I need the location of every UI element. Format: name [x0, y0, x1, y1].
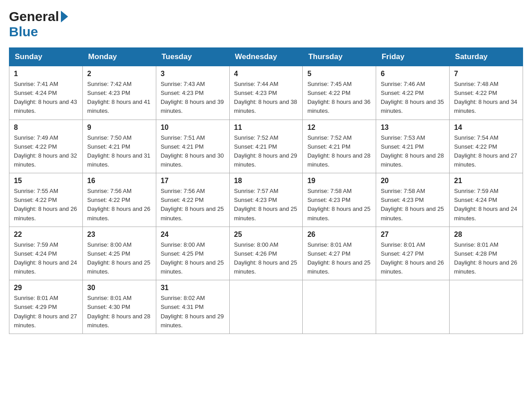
calendar-cell: 16Sunrise: 7:56 AMSunset: 4:22 PMDayligh…	[82, 173, 156, 227]
day-info: Sunrise: 7:45 AMSunset: 4:22 PMDaylight:…	[307, 80, 371, 116]
day-number: 28	[454, 231, 518, 239]
day-info: Sunrise: 7:51 AMSunset: 4:21 PMDaylight:…	[161, 133, 225, 170]
logo-line1: General	[9, 9, 69, 24]
calendar-cell: 8Sunrise: 7:49 AMSunset: 4:22 PMDaylight…	[9, 120, 83, 173]
day-number: 27	[381, 231, 445, 239]
calendar-cell: 20Sunrise: 7:58 AMSunset: 4:23 PMDayligh…	[376, 173, 450, 227]
day-info: Sunrise: 7:59 AMSunset: 4:24 PMDaylight:…	[454, 187, 518, 223]
day-number: 2	[87, 70, 151, 78]
calendar-cell	[376, 280, 450, 334]
day-info: Sunrise: 7:58 AMSunset: 4:23 PMDaylight:…	[381, 187, 445, 223]
day-info: Sunrise: 7:49 AMSunset: 4:22 PMDaylight:…	[14, 133, 78, 170]
day-number: 20	[381, 177, 445, 185]
calendar-cell	[303, 280, 376, 334]
calendar-cell: 23Sunrise: 8:00 AMSunset: 4:25 PMDayligh…	[82, 227, 156, 280]
weekday-header-saturday: Saturday	[450, 48, 523, 66]
calendar-week-4: 22Sunrise: 7:59 AMSunset: 4:24 PMDayligh…	[9, 227, 523, 280]
header: General Blue	[9, 9, 523, 39]
day-number: 9	[87, 124, 151, 132]
day-number: 11	[234, 124, 298, 132]
calendar-cell: 12Sunrise: 7:52 AMSunset: 4:21 PMDayligh…	[303, 120, 376, 173]
weekday-header-thursday: Thursday	[303, 48, 376, 66]
calendar-cell: 14Sunrise: 7:54 AMSunset: 4:22 PMDayligh…	[450, 120, 523, 173]
calendar-cell: 19Sunrise: 7:58 AMSunset: 4:23 PMDayligh…	[303, 173, 376, 227]
day-info: Sunrise: 7:52 AMSunset: 4:21 PMDaylight:…	[307, 133, 371, 170]
day-number: 6	[381, 70, 445, 78]
day-info: Sunrise: 7:57 AMSunset: 4:23 PMDaylight:…	[234, 187, 298, 223]
logo-triangle-icon	[61, 11, 68, 22]
logo-blue-text2: Blue	[9, 24, 38, 39]
day-number: 12	[307, 124, 371, 132]
weekday-header-tuesday: Tuesday	[156, 48, 229, 66]
calendar-cell: 10Sunrise: 7:51 AMSunset: 4:21 PMDayligh…	[156, 120, 229, 173]
calendar-table: SundayMondayTuesdayWednesdayThursdayFrid…	[9, 47, 523, 334]
day-info: Sunrise: 7:46 AMSunset: 4:22 PMDaylight:…	[381, 80, 445, 116]
calendar-cell: 6Sunrise: 7:46 AMSunset: 4:22 PMDaylight…	[376, 66, 450, 120]
day-info: Sunrise: 8:01 AMSunset: 4:29 PMDaylight:…	[14, 294, 78, 330]
calendar-cell: 5Sunrise: 7:45 AMSunset: 4:22 PMDaylight…	[303, 66, 376, 120]
day-number: 24	[161, 231, 225, 239]
calendar-cell: 24Sunrise: 8:00 AMSunset: 4:25 PMDayligh…	[156, 227, 229, 280]
day-number: 7	[454, 70, 518, 78]
day-number: 1	[14, 70, 78, 78]
day-info: Sunrise: 7:53 AMSunset: 4:21 PMDaylight:…	[381, 133, 445, 170]
day-number: 8	[14, 124, 78, 132]
day-info: Sunrise: 7:56 AMSunset: 4:22 PMDaylight:…	[87, 187, 151, 223]
day-number: 17	[161, 177, 225, 185]
calendar-cell: 30Sunrise: 8:01 AMSunset: 4:30 PMDayligh…	[82, 280, 156, 334]
day-info: Sunrise: 8:02 AMSunset: 4:31 PMDaylight:…	[161, 294, 225, 330]
day-info: Sunrise: 7:43 AMSunset: 4:23 PMDaylight:…	[161, 80, 225, 116]
weekday-header-sunday: Sunday	[9, 48, 83, 66]
day-info: Sunrise: 8:00 AMSunset: 4:25 PMDaylight:…	[87, 240, 151, 277]
day-info: Sunrise: 8:00 AMSunset: 4:26 PMDaylight:…	[234, 240, 298, 277]
day-number: 18	[234, 177, 298, 185]
day-number: 19	[307, 177, 371, 185]
day-number: 31	[161, 284, 225, 292]
day-number: 10	[161, 124, 225, 132]
day-number: 26	[307, 231, 371, 239]
day-number: 4	[234, 70, 298, 78]
day-info: Sunrise: 8:01 AMSunset: 4:27 PMDaylight:…	[307, 240, 371, 277]
calendar-cell: 22Sunrise: 7:59 AMSunset: 4:24 PMDayligh…	[9, 227, 83, 280]
calendar-cell: 31Sunrise: 8:02 AMSunset: 4:31 PMDayligh…	[156, 280, 229, 334]
day-number: 5	[307, 70, 371, 78]
calendar-cell: 25Sunrise: 8:00 AMSunset: 4:26 PMDayligh…	[229, 227, 303, 280]
weekday-header-monday: Monday	[82, 48, 156, 66]
calendar-week-1: 1Sunrise: 7:41 AMSunset: 4:24 PMDaylight…	[9, 66, 523, 120]
day-info: Sunrise: 7:50 AMSunset: 4:21 PMDaylight:…	[87, 133, 151, 170]
day-number: 3	[161, 70, 225, 78]
calendar-cell: 9Sunrise: 7:50 AMSunset: 4:21 PMDaylight…	[82, 120, 156, 173]
calendar-cell: 3Sunrise: 7:43 AMSunset: 4:23 PMDaylight…	[156, 66, 229, 120]
logo: General Blue	[9, 9, 69, 39]
weekday-header-friday: Friday	[376, 48, 450, 66]
calendar-cell: 15Sunrise: 7:55 AMSunset: 4:22 PMDayligh…	[9, 173, 83, 227]
calendar-cell: 1Sunrise: 7:41 AMSunset: 4:24 PMDaylight…	[9, 66, 83, 120]
day-info: Sunrise: 7:54 AMSunset: 4:22 PMDaylight:…	[454, 133, 518, 170]
day-info: Sunrise: 7:44 AMSunset: 4:23 PMDaylight:…	[234, 80, 298, 116]
calendar-cell: 21Sunrise: 7:59 AMSunset: 4:24 PMDayligh…	[450, 173, 523, 227]
day-number: 14	[454, 124, 518, 132]
day-info: Sunrise: 7:41 AMSunset: 4:24 PMDaylight:…	[14, 80, 78, 116]
day-info: Sunrise: 7:52 AMSunset: 4:21 PMDaylight:…	[234, 133, 298, 170]
calendar-cell: 26Sunrise: 8:01 AMSunset: 4:27 PMDayligh…	[303, 227, 376, 280]
calendar-cell: 29Sunrise: 8:01 AMSunset: 4:29 PMDayligh…	[9, 280, 83, 334]
day-info: Sunrise: 7:42 AMSunset: 4:23 PMDaylight:…	[87, 80, 151, 116]
calendar-cell: 17Sunrise: 7:56 AMSunset: 4:22 PMDayligh…	[156, 173, 229, 227]
calendar-cell: 11Sunrise: 7:52 AMSunset: 4:21 PMDayligh…	[229, 120, 303, 173]
calendar-week-3: 15Sunrise: 7:55 AMSunset: 4:22 PMDayligh…	[9, 173, 523, 227]
day-info: Sunrise: 8:01 AMSunset: 4:30 PMDaylight:…	[87, 294, 151, 330]
day-number: 23	[87, 231, 151, 239]
logo-general-text: General	[9, 9, 59, 24]
calendar-week-5: 29Sunrise: 8:01 AMSunset: 4:29 PMDayligh…	[9, 280, 523, 334]
day-info: Sunrise: 7:55 AMSunset: 4:22 PMDaylight:…	[14, 187, 78, 223]
calendar-cell	[450, 280, 523, 334]
calendar-cell: 7Sunrise: 7:48 AMSunset: 4:22 PMDaylight…	[450, 66, 523, 120]
calendar-cell: 28Sunrise: 8:01 AMSunset: 4:28 PMDayligh…	[450, 227, 523, 280]
day-number: 30	[87, 284, 151, 292]
calendar-cell	[229, 280, 303, 334]
day-number: 25	[234, 231, 298, 239]
calendar-cell: 2Sunrise: 7:42 AMSunset: 4:23 PMDaylight…	[82, 66, 156, 120]
day-info: Sunrise: 8:01 AMSunset: 4:28 PMDaylight:…	[454, 240, 518, 277]
day-number: 22	[14, 231, 78, 239]
logo-blue-line: Blue	[9, 24, 38, 39]
